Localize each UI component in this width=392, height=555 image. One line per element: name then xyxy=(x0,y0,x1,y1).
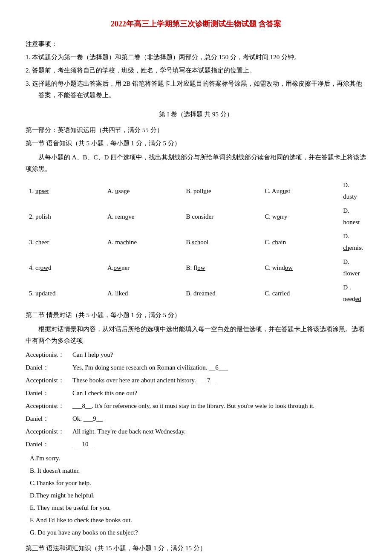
notice-label: 注意事项： xyxy=(26,38,366,50)
dialog-content: Ok. ___9__ xyxy=(72,413,366,425)
option-a: A. machine xyxy=(104,229,183,255)
list-item: C.Thanks for your help. xyxy=(30,477,366,489)
volume1-header: 第 I 卷（选择题 共 95 分） xyxy=(26,109,366,120)
list-item: E. They must be useful for you. xyxy=(30,502,366,514)
dialog-line: Acceptionist： ___8__. It's for reference… xyxy=(26,400,366,412)
list-item: F. And I'd like to check these books out… xyxy=(30,515,366,526)
question-number: 1. upset xyxy=(26,178,104,204)
option-a: A.owner xyxy=(104,255,183,280)
table-row: 4. crowd A.owner B. flow C. window D. fl… xyxy=(26,255,366,280)
option-a: A. liked xyxy=(104,280,183,306)
section2-instruction: 根据对话情景和内容，从对话后所给的选项中选出能填入每一空白处的最佳选项，并在答题… xyxy=(26,324,366,347)
list-item: G. Do you have any books on the subject? xyxy=(30,527,366,538)
dialog-line: Acceptionist： Can I help you? xyxy=(26,349,366,361)
notice-list: 1. 本试题分为第一卷（选择题）和第二卷（非选择题）两部分，总分 150 分，考… xyxy=(26,52,366,101)
list-item: A.I'm sorry. xyxy=(30,453,366,464)
dialog-line: Acceptionist： These books over here are … xyxy=(26,375,366,386)
option-b: B.school xyxy=(183,229,262,255)
questions-table: 1. upset A. usage B. pollute C. August D… xyxy=(26,178,366,306)
dialog-speaker: Acceptionist： xyxy=(26,375,72,386)
option-d: D. dusty xyxy=(340,178,366,204)
question-number: 4. crowd xyxy=(26,255,104,280)
section3-header: 第三节 语法和词汇知识（共 15 小题，每小题 1 分，满分 15 分） xyxy=(26,543,366,554)
option-d: D. honest xyxy=(340,204,366,229)
option-b: B. pollute xyxy=(183,178,262,204)
option-b: B. flow xyxy=(183,255,262,280)
option-a: A. usage xyxy=(104,178,183,204)
notice-item-3: 3. 选择题的每小题选出答案后，用 2B 铅笔将答题卡上对应题目的答案标号涂黑，… xyxy=(26,78,366,101)
dialog-speaker: Acceptionist： xyxy=(26,400,72,412)
table-row: 1. upset A. usage B. pollute C. August D… xyxy=(26,178,366,204)
question-number: 5. updated xyxy=(26,280,104,306)
option-a: A. remove xyxy=(104,204,183,229)
part1-header: 第一部分：英语知识运用（共四节，满分 55 分） xyxy=(26,124,366,136)
dialog-content: Yes, I'm doing some research on Roman ci… xyxy=(72,362,366,373)
table-row: 2. polish A. remove B consider C. worry … xyxy=(26,204,366,229)
option-d: D. flower xyxy=(340,255,366,280)
dialog-content: Can I check this one out? xyxy=(72,387,366,399)
dialog-line: Daniel： Can I check this one out? xyxy=(26,387,366,399)
option-c: C. August xyxy=(261,178,340,204)
option-c: C. window xyxy=(261,255,340,280)
list-item: B. It doesn't matter. xyxy=(30,465,366,477)
dialog-speaker: Daniel： xyxy=(26,362,72,373)
table-row: 5. updated A. liked B. dreamed C. carrie… xyxy=(26,280,366,306)
page-title: 2022年高三上学期第三次诊断测试生物试题 含答案 xyxy=(26,17,366,31)
dialog-content: Can I help you? xyxy=(72,349,366,361)
notice-section: 注意事项： 1. 本试题分为第一卷（选择题）和第二卷（非选择题）两部分，总分 1… xyxy=(26,38,366,101)
dialog-speaker: Daniel： xyxy=(26,413,72,425)
option-c: C. worry xyxy=(261,204,340,229)
option-b: B. dreamed xyxy=(183,280,262,306)
question-number: 3. cheer xyxy=(26,229,104,255)
section2-header: 第二节 情景对话（共 5 小题，每小题 1 分，满分 5 分） xyxy=(26,309,366,321)
dialog-line: Daniel： Ok. ___9__ xyxy=(26,413,366,425)
section1-header: 第一节 语音知识（共 5 小题，每小题 1 分，满分 5 分） xyxy=(26,138,366,149)
dialog-content: These books over here are about ancient … xyxy=(72,375,366,386)
dialog-content: All right. They're due back next Wednesd… xyxy=(72,426,366,437)
option-c: C. chain xyxy=(261,229,340,255)
question-number: 2. polish xyxy=(26,204,104,229)
dialog-speaker: Acceptionist： xyxy=(26,349,72,361)
dialog-speaker: Daniel： xyxy=(26,439,72,450)
notice-item-1: 1. 本试题分为第一卷（选择题）和第二卷（非选择题）两部分，总分 150 分，考… xyxy=(26,52,366,63)
dialog-options-list: A.I'm sorry.B. It doesn't matter.C.Thank… xyxy=(26,453,366,538)
dialog-line: Daniel： Yes, I'm doing some research on … xyxy=(26,362,366,373)
option-b: B consider xyxy=(183,204,262,229)
dialog-line: Acceptionist： All right. They're due bac… xyxy=(26,426,366,437)
dialog-speaker: Daniel： xyxy=(26,387,72,399)
dialog-section: Acceptionist： Can I help you? Daniel： Ye… xyxy=(26,349,366,450)
dialog-content: ___10__ xyxy=(72,439,366,450)
dialog-content: ___8__. It's for reference only, so it m… xyxy=(72,400,366,412)
dialog-line: Daniel： ___10__ xyxy=(26,439,366,450)
option-c: C. carried xyxy=(261,280,340,306)
notice-item-2: 2. 答题前，考生须将自己的学校，班级，姓名，学号填写在本试题指定的位置上。 xyxy=(26,65,366,76)
table-row: 3. cheer A. machine B.school C. chain D.… xyxy=(26,229,366,255)
dialog-speaker: Acceptionist： xyxy=(26,426,72,437)
option-d: D . needed xyxy=(340,280,366,306)
section1-instruction: 从每小题的 A、B、C、D 四个选项中，找出其划线部分与所给单词的划线部分读音相… xyxy=(26,152,366,175)
option-d: D. chemist xyxy=(340,229,366,255)
list-item: D.They might be helpful. xyxy=(30,490,366,501)
